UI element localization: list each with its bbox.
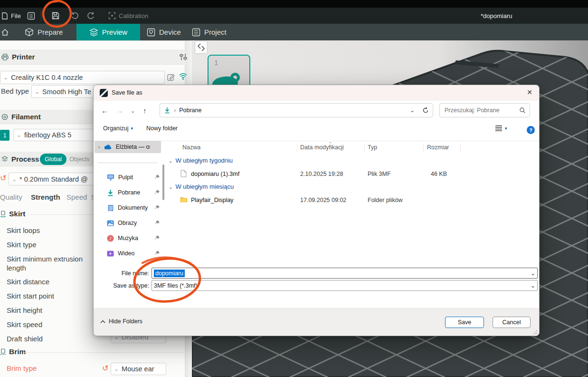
- hide-folders-button[interactable]: Hide Folders: [100, 318, 142, 325]
- scope-global-button[interactable]: Global: [40, 154, 66, 165]
- search-box[interactable]: [439, 103, 530, 117]
- resize-grip[interactable]: [533, 329, 538, 334]
- undo-button[interactable]: [70, 8, 79, 24]
- file-size: 46 KB: [405, 171, 447, 177]
- column-separator[interactable]: [460, 143, 461, 153]
- dialog-titlebar[interactable]: Save file as ✕: [94, 85, 539, 101]
- nav-pane-label: Dokumenty: [118, 204, 148, 211]
- wifi-icon[interactable]: [179, 72, 188, 81]
- pane-scrollbar[interactable]: [162, 164, 164, 200]
- search-input[interactable]: [444, 106, 512, 114]
- nav-pane-item-dokumenty[interactable]: Dokumenty: [94, 202, 165, 214]
- nav-pane-item-pulpit[interactable]: Pulpit: [94, 171, 165, 184]
- organize-menu[interactable]: Organizuj ▾: [103, 125, 133, 132]
- column-separator[interactable]: [423, 143, 424, 153]
- new-folder-label: Nowy folder: [146, 125, 178, 132]
- refresh-icon[interactable]: [422, 107, 429, 114]
- view-mode-button[interactable]: ▾: [495, 125, 507, 131]
- address-bar[interactable]: › Pobrane ⌄: [160, 103, 433, 117]
- reset-process-icon[interactable]: ↺: [0, 174, 6, 183]
- printer-preset-value: Creality K1C 0.4 nozzle: [11, 74, 83, 81]
- nav-pane-item-muzyka[interactable]: ♪ Muzyka: [94, 232, 165, 244]
- music-icon: ♪: [107, 235, 114, 242]
- address-dropdown-chevron[interactable]: ⌄: [410, 107, 415, 113]
- pin-icon[interactable]: [154, 189, 160, 195]
- address-crumb[interactable]: Pobrane: [179, 107, 201, 114]
- brim-section-header: Brim: [0, 348, 26, 356]
- brim-type-dropdown[interactable]: ⌄ Mouse ear: [111, 363, 166, 375]
- file-name-input[interactable]: dopomiaru ⌄: [152, 268, 538, 279]
- brim-section-title: Brim: [9, 348, 26, 356]
- file-name-label: File name:: [94, 270, 149, 277]
- edit-preset-icon[interactable]: [167, 73, 175, 81]
- nav-pane-item-obrazy[interactable]: Obrazy: [94, 217, 165, 229]
- printer-preset-dropdown[interactable]: ⌄ Creality K1C 0.4 nozzle: [0, 71, 165, 84]
- nav-pane-label: Pulpit: [118, 174, 133, 181]
- tab-project-label: Project: [204, 28, 227, 36]
- column-header-type[interactable]: Typ: [368, 144, 377, 151]
- column-header-date[interactable]: Data modyfikacji: [300, 144, 344, 151]
- tab-prepare[interactable]: Prepare: [19, 24, 68, 40]
- save-button[interactable]: [51, 8, 60, 24]
- process-tab-quality[interactable]: Quality: [0, 193, 22, 201]
- chevron-down-icon: ⌄: [17, 132, 21, 138]
- settings-sliders-icon[interactable]: [179, 53, 188, 61]
- nav-pane-item-wideo[interactable]: Wideo: [94, 247, 165, 260]
- nav-recent-chevron[interactable]: ⌄: [131, 108, 135, 114]
- column-header-size[interactable]: Rozmiar: [427, 144, 449, 151]
- pin-icon[interactable]: [154, 204, 160, 211]
- help-button[interactable]: ?: [527, 126, 535, 134]
- filament-spool-icon: [1, 114, 8, 120]
- column-separator[interactable]: [364, 143, 365, 153]
- folder-date: 17.09.2025 09:02: [300, 197, 346, 203]
- nav-forward-button[interactable]: →: [116, 106, 123, 115]
- skirt-section-title: Skirt: [9, 210, 25, 218]
- column-separator[interactable]: [297, 143, 297, 153]
- file-name-value: dopomiaru: [154, 270, 185, 277]
- nav-pane-item-pobrane[interactable]: Pobrane: [94, 186, 165, 199]
- param-skirt-height: Skirt height: [7, 306, 42, 314]
- group-header-last-month[interactable]: ⌄W ubiegłym miesiącu: [169, 183, 234, 190]
- group-chevron-icon: ⌄: [169, 158, 172, 164]
- documents-icon: [107, 204, 114, 212]
- tab-project[interactable]: Project: [186, 24, 232, 40]
- group-header-last-week[interactable]: ⌄W ubiegłym tygodniu: [169, 157, 233, 164]
- file-date: 2.10.2025 19:28: [300, 171, 343, 177]
- save-type-dropdown[interactable]: 3MF files (*.3mf) ⌄: [152, 280, 538, 291]
- scope-objects-button[interactable]: Objects: [66, 156, 92, 163]
- file-type: Plik 3MF: [368, 171, 391, 177]
- new-folder-button[interactable]: Nowy folder: [146, 125, 178, 132]
- project-icon: [192, 28, 200, 37]
- home-button[interactable]: [0, 24, 14, 40]
- calibration-icon: [108, 12, 116, 19]
- cancel-button[interactable]: Cancel: [493, 317, 531, 328]
- expand-chevron-icon[interactable]: ›: [98, 144, 100, 150]
- view-list-icon: [495, 125, 503, 131]
- column-header-name[interactable]: Nazwa: [182, 144, 200, 151]
- panel-collapse-button[interactable]: [195, 41, 208, 54]
- process-tab-strength[interactable]: Strength: [31, 193, 60, 201]
- reset-brim-icon[interactable]: ↺: [102, 364, 108, 373]
- nav-up-button[interactable]: ↑: [143, 106, 147, 115]
- nav-pane-item-onedrive[interactable]: › Elżbieta — osob: [95, 141, 161, 153]
- param-skirt-type: Skirt type: [7, 241, 37, 249]
- svg-text:♪: ♪: [109, 236, 112, 241]
- file-menu-label: File: [11, 12, 21, 19]
- pin-icon[interactable]: [154, 220, 160, 226]
- close-icon[interactable]: ✕: [527, 88, 532, 96]
- tab-preview[interactable]: Preview: [76, 24, 140, 40]
- process-tab-speed[interactable]: Speed: [66, 193, 87, 201]
- tab-device[interactable]: Device: [141, 24, 187, 40]
- save-confirm-button[interactable]: Save: [445, 317, 484, 328]
- calibration-button[interactable]: Calibration: [108, 8, 148, 24]
- pin-icon[interactable]: [154, 235, 160, 241]
- file-menu[interactable]: File: [1, 8, 21, 24]
- pin-icon[interactable]: [154, 250, 160, 256]
- plate-number: 1: [214, 58, 218, 67]
- menu-list-button[interactable]: [27, 8, 35, 24]
- nav-back-button[interactable]: ←: [101, 106, 108, 115]
- organize-label: Organizuj: [103, 125, 129, 132]
- redo-button[interactable]: [87, 8, 95, 24]
- file-icon: [180, 170, 187, 177]
- pin-icon[interactable]: [154, 174, 160, 180]
